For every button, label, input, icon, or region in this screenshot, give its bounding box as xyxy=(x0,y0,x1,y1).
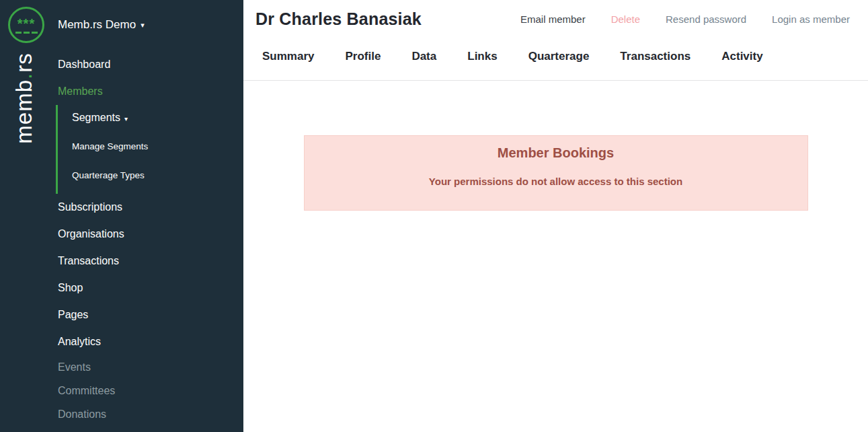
resend-password-link[interactable]: Resend password xyxy=(666,13,746,25)
tab-transactions[interactable]: Transactions xyxy=(620,49,691,64)
sidebar-item-committees[interactable]: Committees xyxy=(0,379,243,402)
sidebar-item-subscriptions[interactable]: Subscriptions xyxy=(0,194,243,221)
alert-message: Your permissions do not allow access to … xyxy=(305,176,807,188)
delete-member-link[interactable]: Delete xyxy=(611,13,640,25)
submenu-item-segments[interactable]: Segments▾ xyxy=(72,105,243,132)
page-title: Dr Charles Banasiak xyxy=(255,8,422,30)
logo-stars-glyph: *** xyxy=(17,19,35,30)
members-submenu: Segments▾ Manage Segments Quarterage Typ… xyxy=(56,105,243,194)
tab-profile[interactable]: Profile xyxy=(345,49,381,64)
sidebar: *** Memb.rs Demo ▾ memb.rs Dashboard Mem… xyxy=(0,0,243,432)
sidebar-item-transactions[interactable]: Transactions xyxy=(0,248,243,275)
segments-label: Segments xyxy=(72,112,120,123)
sidebar-item-organisations[interactable]: Organisations xyxy=(0,221,243,248)
tab-activity[interactable]: Activity xyxy=(721,49,762,64)
logo-dashes xyxy=(15,32,38,34)
chevron-down-icon: ▾ xyxy=(124,115,128,122)
sidebar-item-pages[interactable]: Pages xyxy=(0,301,243,328)
tab-quarterage[interactable]: Quarterage xyxy=(528,49,590,64)
sidebar-item-donations[interactable]: Donations xyxy=(0,402,243,426)
sidebar-nav: Dashboard Members Segments▾ Manage Segme… xyxy=(0,51,243,426)
sidebar-item-events[interactable]: Events xyxy=(0,355,243,379)
membrs-logo-icon: *** xyxy=(8,7,44,43)
submenu-item-manage-segments[interactable]: Manage Segments xyxy=(72,132,243,161)
login-as-member-link[interactable]: Login as member xyxy=(772,13,850,25)
alert-title: Member Bookings xyxy=(305,145,807,161)
member-tabs: Summary Profile Data Links Quarterage Tr… xyxy=(243,49,868,81)
member-actions: Email member Delete Resend password Logi… xyxy=(520,13,850,25)
chevron-down-icon: ▾ xyxy=(141,21,145,30)
tab-summary[interactable]: Summary xyxy=(262,49,314,64)
email-member-link[interactable]: Email member xyxy=(520,13,586,25)
submenu-item-quarterage-types[interactable]: Quarterage Types xyxy=(72,161,243,190)
permissions-alert: Member Bookings Your permissions do not … xyxy=(304,135,808,211)
tab-data[interactable]: Data xyxy=(411,49,436,64)
content-area: Member Bookings Your permissions do not … xyxy=(243,81,868,432)
sidebar-item-members[interactable]: Members xyxy=(0,78,243,105)
sidebar-item-analytics[interactable]: Analytics xyxy=(0,328,243,355)
sidebar-item-shop[interactable]: Shop xyxy=(0,275,243,301)
workspace-switcher[interactable]: *** Memb.rs Demo ▾ xyxy=(0,0,243,43)
sidebar-item-dashboard[interactable]: Dashboard xyxy=(0,51,243,78)
member-header: Dr Charles Banasiak Email member Delete … xyxy=(243,0,868,30)
tab-links[interactable]: Links xyxy=(467,49,497,64)
main-content: Dr Charles Banasiak Email member Delete … xyxy=(243,0,868,432)
workspace-label: Memb.rs Demo xyxy=(58,18,136,32)
